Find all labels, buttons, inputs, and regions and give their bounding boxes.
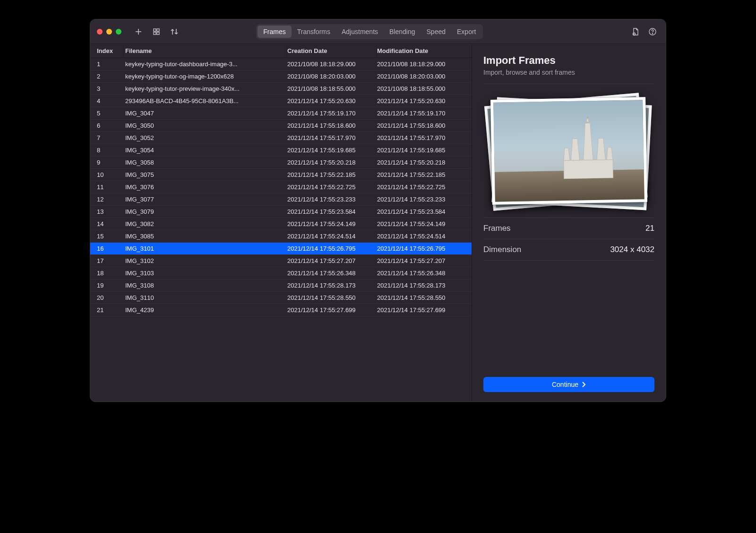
table-row[interactable]: 6IMG_30502021/12/14 17:55:18.6002021/12/… (90, 120, 472, 132)
tab-transforms[interactable]: Transforms (292, 26, 336, 38)
continue-button[interactable]: Continue (483, 377, 654, 392)
table-row[interactable]: 7IMG_30522021/12/14 17:55:17.9702021/12/… (90, 132, 472, 144)
cell-filename: keykey-typing-tutor-og-image-1200x628 (123, 73, 287, 80)
table-row[interactable]: 12IMG_30772021/12/14 17:55:23.2332021/12… (90, 193, 472, 206)
cell-modification-date: 2021/10/08 18:20:03.000 (377, 73, 472, 80)
cell-filename: IMG_3077 (123, 196, 287, 203)
table-row[interactable]: 18IMG_31032021/12/14 17:55:26.3482021/12… (90, 267, 472, 280)
import-panel: Import Frames Import, browse and sort fr… (472, 44, 666, 402)
table-row[interactable]: 11IMG_30762021/12/14 17:55:22.7252021/12… (90, 181, 472, 193)
cell-filename: 293496AB-BACD-4B45-95C8-8061A3B... (123, 97, 287, 105)
cell-index: 4 (90, 97, 123, 105)
cell-modification-date: 2021/12/14 17:55:19.685 (377, 147, 472, 154)
tabs-segmented-control: FramesTransformsAdjustmentsBlendingSpeed… (256, 24, 483, 39)
cell-modification-date: 2021/12/14 17:55:27.699 (377, 306, 472, 314)
cell-modification-date: 2021/12/14 17:55:18.600 (377, 122, 472, 129)
table-row[interactable]: 10IMG_30752021/12/14 17:55:22.1852021/12… (90, 169, 472, 181)
tab-adjustments[interactable]: Adjustments (336, 26, 384, 38)
app-window: FramesTransformsAdjustmentsBlendingSpeed… (90, 19, 666, 402)
add-button[interactable] (132, 25, 145, 38)
preview-photo (493, 100, 644, 201)
table-row[interactable]: 17IMG_31022021/12/14 17:55:27.2072021/12… (90, 255, 472, 267)
toolbar: FramesTransformsAdjustmentsBlendingSpeed… (90, 19, 666, 44)
grid-view-button[interactable] (150, 25, 163, 38)
cell-modification-date: 2021/12/14 17:55:22.725 (377, 183, 472, 191)
cell-filename: keykey-typing-tutor-dashboard-image-3... (123, 61, 287, 68)
cell-modification-date: 2021/12/14 17:55:22.185 (377, 171, 472, 178)
table-row[interactable]: 9IMG_30582021/12/14 17:55:20.2182021/12/… (90, 157, 472, 169)
preview-card-front (490, 97, 647, 205)
table-row[interactable]: 13IMG_30792021/12/14 17:55:23.5842021/12… (90, 206, 472, 218)
sort-button[interactable] (168, 25, 181, 38)
table-row[interactable]: 8IMG_30542021/12/14 17:55:19.6852021/12/… (90, 144, 472, 157)
window-controls (97, 29, 121, 35)
table-row[interactable]: 2keykey-typing-tutor-og-image-1200x62820… (90, 70, 472, 83)
cell-creation-date: 2021/12/14 17:55:19.170 (287, 110, 377, 117)
cell-index: 6 (90, 122, 123, 129)
table-row[interactable]: 14IMG_30822021/12/14 17:55:24.1492021/12… (90, 218, 472, 230)
cell-creation-date: 2021/12/14 17:55:27.699 (287, 306, 377, 314)
tab-frames[interactable]: Frames (258, 26, 291, 38)
table-row[interactable]: 3keykey-typing-tutor-preview-image-340x.… (90, 83, 472, 95)
cell-index: 16 (90, 245, 123, 252)
continue-label: Continue (552, 381, 578, 388)
cell-modification-date: 2021/12/14 17:55:28.550 (377, 294, 472, 301)
cell-index: 1 (90, 61, 123, 68)
header-creation-date[interactable]: Creation Date (287, 44, 377, 58)
cell-index: 20 (90, 294, 123, 301)
cell-index: 18 (90, 270, 123, 277)
cell-filename: IMG_3108 (123, 282, 287, 289)
cell-modification-date: 2021/12/14 17:55:24.149 (377, 220, 472, 227)
tab-blending[interactable]: Blending (384, 26, 421, 38)
meta-frames-label: Frames (483, 224, 511, 233)
cell-index: 11 (90, 183, 123, 191)
header-index[interactable]: Index (90, 44, 123, 58)
cell-index: 8 (90, 147, 123, 154)
help-icon (648, 27, 657, 36)
header-filename[interactable]: Filename (123, 44, 287, 58)
table-row[interactable]: 15IMG_30852021/12/14 17:55:24.5142021/12… (90, 230, 472, 243)
svg-marker-10 (597, 138, 606, 160)
file-gear-icon (631, 27, 640, 36)
help-button[interactable] (646, 25, 659, 38)
meta-dimension-label: Dimension (483, 245, 521, 254)
cell-modification-date: 2021/12/14 17:55:20.630 (377, 97, 472, 105)
svg-rect-3 (157, 32, 159, 35)
cell-creation-date: 2021/12/14 17:55:26.795 (287, 245, 377, 252)
cell-creation-date: 2021/12/14 17:55:20.218 (287, 159, 377, 166)
cell-filename: IMG_3076 (123, 183, 287, 191)
table-row[interactable]: 5IMG_30472021/12/14 17:55:19.1702021/12/… (90, 107, 472, 120)
tab-export[interactable]: Export (451, 26, 481, 38)
cell-modification-date: 2021/10/08 18:18:55.000 (377, 85, 472, 92)
close-window-button[interactable] (97, 29, 103, 35)
cell-creation-date: 2021/12/14 17:55:24.149 (287, 220, 377, 227)
svg-rect-7 (564, 159, 613, 179)
table-body: 1keykey-typing-tutor-dashboard-image-3..… (90, 58, 472, 402)
header-modification-date[interactable]: Modification Date (377, 44, 472, 58)
chevron-right-icon (581, 382, 586, 387)
file-settings-button[interactable] (629, 25, 642, 38)
table-row[interactable]: 4293496AB-BACD-4B45-95C8-8061A3B...2021/… (90, 95, 472, 107)
cell-modification-date: 2021/12/14 17:55:27.207 (377, 257, 472, 264)
preview-thumbnail-stack (484, 94, 654, 212)
cell-index: 14 (90, 220, 123, 227)
cell-index: 10 (90, 171, 123, 178)
table-row[interactable]: 19IMG_31082021/12/14 17:55:28.1732021/12… (90, 280, 472, 292)
minimize-window-button[interactable] (106, 29, 112, 35)
cell-filename: IMG_3101 (123, 245, 287, 252)
cell-modification-date: 2021/12/14 17:55:28.173 (377, 282, 472, 289)
svg-point-6 (652, 33, 653, 34)
svg-marker-11 (564, 148, 570, 160)
cell-modification-date: 2021/12/14 17:55:23.233 (377, 196, 472, 203)
zoom-window-button[interactable] (116, 29, 121, 35)
table-row[interactable]: 1keykey-typing-tutor-dashboard-image-3..… (90, 58, 472, 70)
tab-speed[interactable]: Speed (421, 26, 451, 38)
cell-modification-date: 2021/10/08 18:18:29.000 (377, 61, 472, 68)
panel-title: Import Frames (483, 54, 654, 67)
table-row[interactable]: 21IMG_42392021/12/14 17:55:27.6992021/12… (90, 304, 472, 316)
cell-creation-date: 2021/12/14 17:55:24.514 (287, 233, 377, 240)
table-row[interactable]: 16IMG_31012021/12/14 17:55:26.7952021/12… (90, 243, 472, 255)
table-row[interactable]: 20IMG_31102021/12/14 17:55:28.5502021/12… (90, 292, 472, 304)
cell-filename: IMG_3082 (123, 220, 287, 227)
cell-creation-date: 2021/10/08 18:18:29.000 (287, 61, 377, 68)
